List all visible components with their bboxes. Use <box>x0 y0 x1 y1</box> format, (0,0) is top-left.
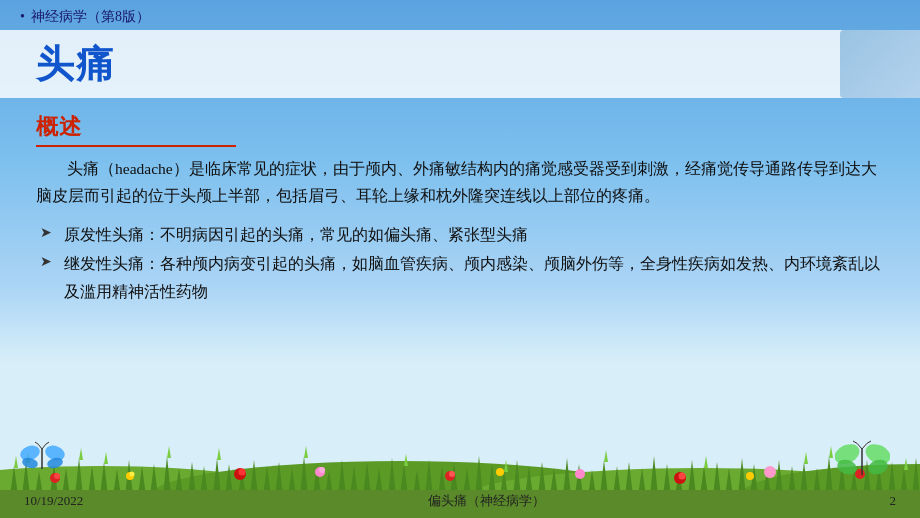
top-bar-text: 神经病学（第8版） <box>31 8 150 26</box>
section-heading: 概述 <box>36 112 236 147</box>
title-band: 头痛 <box>0 30 920 98</box>
svg-point-107 <box>746 472 754 480</box>
svg-marker-84 <box>404 454 408 466</box>
title-corner-decor <box>840 30 920 98</box>
svg-point-106 <box>496 468 504 476</box>
top-bar: • 神经病学（第8版） <box>20 8 150 26</box>
top-bullet: • <box>20 9 25 25</box>
section-label: 概述 <box>36 112 236 142</box>
footer-slide-title: 偏头痛（神经病学） <box>428 492 545 510</box>
svg-marker-83 <box>304 446 308 458</box>
bullet-item-1: 原发性头痛：不明病因引起的头痛，常见的如偏头痛、紧张型头痛 <box>36 221 884 248</box>
section-underline <box>36 145 236 147</box>
main-paragraph: 头痛（headache）是临床常见的症状，由于颅内、外痛敏结构内的痛觉感受器受到… <box>36 155 884 209</box>
svg-marker-82 <box>217 448 221 460</box>
svg-marker-88 <box>804 452 808 464</box>
slide: • 神经病学（第8版） 头痛 概述 头痛（headache）是临床常见的症状，由… <box>0 0 920 518</box>
butterfly-right <box>835 439 890 488</box>
butterfly-left <box>20 441 65 480</box>
slide-title: 头痛 <box>36 39 116 90</box>
bullet-item-2: 继发性头痛：各种颅内病变引起的头痛，如脑血管疾病、颅内感染、颅脑外伤等，全身性疾… <box>36 250 884 304</box>
svg-point-96 <box>449 471 455 477</box>
footer-page-num: 2 <box>889 493 896 509</box>
svg-marker-90 <box>904 458 908 470</box>
grass-svg <box>0 446 920 496</box>
svg-marker-79 <box>79 448 83 460</box>
svg-marker-87 <box>704 456 708 468</box>
svg-marker-89 <box>829 446 833 458</box>
svg-marker-77 <box>14 456 18 468</box>
footer: 10/19/2022 偏头痛（神经病学） 2 <box>0 492 920 510</box>
footer-date: 10/19/2022 <box>24 493 83 509</box>
svg-marker-80 <box>104 452 108 464</box>
svg-point-98 <box>679 473 686 480</box>
svg-point-94 <box>239 469 246 476</box>
svg-point-105 <box>130 472 135 477</box>
svg-point-102 <box>575 469 585 479</box>
svg-marker-81 <box>167 446 171 458</box>
main-content: 头痛（headache）是临床常见的症状，由于颅内、外痛敏结构内的痛觉感受器受到… <box>36 155 884 468</box>
svg-point-103 <box>764 466 776 478</box>
para-text: 头痛（headache）是临床常见的症状，由于颅内、外痛敏结构内的痛觉感受器受到… <box>36 160 877 204</box>
svg-point-101 <box>319 467 325 473</box>
svg-marker-86 <box>604 450 608 462</box>
